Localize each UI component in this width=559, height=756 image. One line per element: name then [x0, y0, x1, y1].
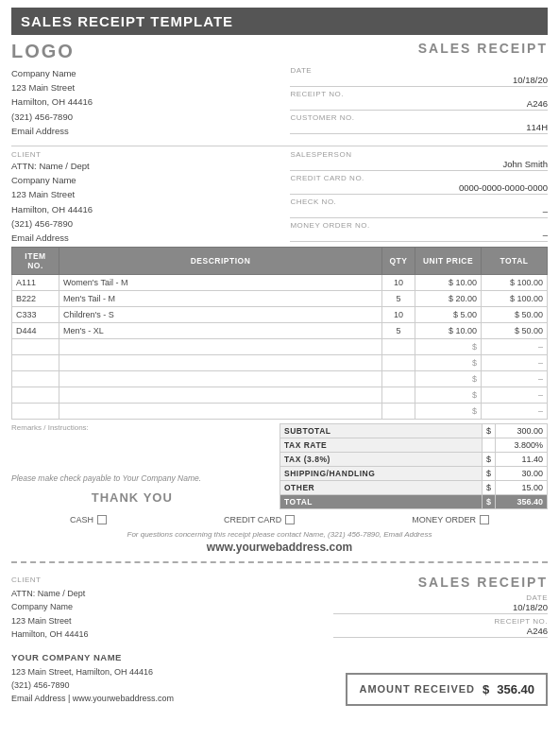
col-qty: QTY: [382, 248, 415, 275]
table-row: $ –: [12, 355, 548, 371]
cash-checkbox[interactable]: [97, 515, 107, 524]
company-email: Email Address: [11, 124, 269, 138]
table-row: $ –: [12, 339, 548, 355]
company-bottom-name: YOUR COMPANY NAME: [11, 650, 174, 664]
cell-unit-price: $ 10.00: [415, 323, 482, 339]
table-row: A111 Women's Tail - M 10 $ 10.00 $ 100.0…: [12, 275, 548, 291]
amount-received-label: AMOUNT RECEIVED: [359, 683, 475, 695]
company-phone: (321) 456-7890: [11, 110, 269, 124]
shipping-label: SHIPPING/HANDLING: [280, 467, 483, 481]
company-info-bottom: YOUR COMPANY NAME 123 Main Street, Hamil…: [11, 650, 174, 705]
credit-label: CREDIT CARD: [224, 515, 281, 524]
credit-checkbox[interactable]: [285, 515, 295, 524]
table-row: D444 Men's - XL 5 $ 10.00 $ 50.00: [12, 323, 548, 339]
cell-unit-price: $: [415, 355, 482, 371]
client-address1: 123 Main Street: [11, 187, 269, 201]
receipt-copy-right: SALES RECEIPT DATE 10/18/20 RECEIPT NO. …: [333, 575, 548, 641]
cell-desc: [59, 387, 382, 404]
company-bottom-address: 123 Main Street, Hamilton, OH 44416: [11, 665, 174, 679]
table-row: B222 Men's Tail - M 5 $ 20.00 $ 100.00: [12, 291, 548, 307]
cell-desc: Women's Tail - M: [59, 275, 382, 291]
page-title: SALES RECEIPT TEMPLATE: [11, 8, 548, 35]
logo: LOGO: [11, 41, 75, 62]
website: www.yourwebaddress.com: [11, 541, 548, 554]
other-label: OTHER: [280, 481, 483, 495]
cell-qty: [382, 339, 415, 355]
client-label: CLIENT: [11, 150, 269, 159]
cell-qty: [382, 371, 415, 387]
receipt-no-value: A246: [290, 98, 548, 111]
cell-desc: [59, 404, 382, 420]
cell-qty: [382, 355, 415, 371]
customer-no-value: 114H: [290, 122, 548, 134]
cell-total: –: [482, 404, 548, 420]
rc-client-attn: ATTN: Name / Dept: [11, 587, 306, 600]
total-dollar: $: [482, 495, 495, 509]
receipt-fields: DATE 10/18/20 RECEIPT NO. A246 CUSTOMER …: [290, 66, 548, 138]
salesperson-name: John Smith: [290, 159, 548, 171]
money-order-value: –: [290, 230, 548, 242]
cell-desc: Men's Tail - M: [59, 291, 382, 307]
cell-total: $ 50.00: [482, 323, 548, 339]
table-row: $ –: [12, 387, 548, 404]
cell-desc: [59, 339, 382, 355]
thank-you-note: Please make check payable to Your Compan…: [11, 473, 253, 483]
receipt-copy-client: CLIENT ATTN: Name / Dept Company Name 12…: [11, 575, 306, 641]
rc-client-company: Company Name: [11, 600, 306, 613]
cash-label: CASH: [70, 515, 93, 524]
cell-desc: [59, 371, 382, 387]
cell-qty: 10: [382, 307, 415, 323]
summary-section: SUBTOTAL $ 300.00 TAX RATE 3.800% TAX (3…: [280, 423, 548, 509]
rc-sr-label: SALES RECEIPT: [333, 575, 548, 590]
client-company: Company Name: [11, 173, 269, 187]
cell-qty: 5: [382, 291, 415, 307]
cell-item: B222: [12, 291, 59, 307]
client-attn: ATTN: Name / Dept: [11, 159, 269, 173]
cell-item: [12, 404, 59, 420]
table-row: $ –: [12, 404, 548, 420]
cell-qty: [382, 404, 415, 420]
amount-received-box: AMOUNT RECEIVED $ 356.40: [346, 673, 548, 706]
client-phone: (321) 456-7890: [11, 216, 269, 231]
cell-item: D444: [12, 323, 59, 339]
rc-date-value: 10/18/20: [333, 602, 548, 614]
cell-item: C333: [12, 307, 59, 323]
money-order-checkbox[interactable]: [480, 515, 489, 524]
contact-line: For questions concerning this receipt pl…: [11, 530, 548, 539]
money-order-label: MONEY ORDER NO.: [290, 221, 548, 230]
remarks-section: Remarks / Instructions: Please make chec…: [11, 423, 253, 509]
cell-unit-price: $: [415, 371, 482, 387]
client-block: CLIENT ATTN: Name / Dept Company Name 12…: [11, 150, 269, 245]
rc-client-label: CLIENT: [11, 575, 306, 587]
col-total: TOTAL: [482, 248, 548, 275]
tax-rate-label: TAX RATE: [280, 438, 483, 453]
cell-unit-price: $ 10.00: [415, 275, 482, 291]
cell-unit-price: $: [415, 339, 482, 355]
tax-rate-value: 3.800%: [496, 438, 548, 453]
company-info: Company Name 123 Main Street Hamilton, O…: [11, 66, 269, 138]
salesperson-label: SALESPERSON: [290, 150, 548, 159]
client-email: Email Address: [11, 231, 269, 245]
rc-receipt-no-label: RECEIPT NO.: [333, 617, 548, 626]
company-address1: 123 Main Street: [11, 80, 269, 94]
table-row: C333 Children's - S 10 $ 5.00 $ 50.00: [12, 307, 548, 323]
rc-client-address1: 123 Main Street: [11, 614, 306, 627]
payment-row: CASH CREDIT CARD MONEY ORDER: [11, 515, 548, 524]
other-dollar: $: [482, 481, 495, 495]
cell-qty: 5: [382, 323, 415, 339]
cell-qty: [382, 387, 415, 404]
subtotal-value: 300.00: [496, 424, 548, 438]
credit-card-label: CREDIT CARD NO.: [290, 174, 548, 182]
cell-desc: Men's - XL: [59, 323, 382, 339]
cell-unit-price: $ 5.00: [415, 307, 482, 323]
client-address2: Hamilton, OH 44416: [11, 202, 269, 216]
money-order-payment-label: MONEY ORDER: [412, 515, 476, 524]
receipt-no-label: RECEIPT NO.: [290, 90, 548, 98]
cell-unit-price: $: [415, 404, 482, 420]
company-bottom-email: Email Address | www.yourwebaddress.com: [11, 692, 174, 705]
cell-total: –: [482, 371, 548, 387]
cell-total: –: [482, 339, 548, 355]
cell-item: [12, 339, 59, 355]
cell-total: $ 100.00: [482, 275, 548, 291]
cell-total: –: [482, 387, 548, 404]
